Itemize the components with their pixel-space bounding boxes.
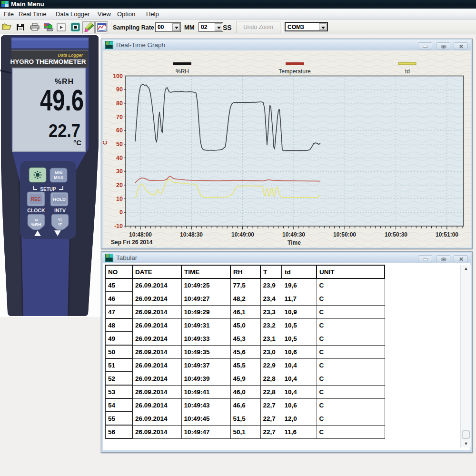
svg-text:REC: REC: [31, 197, 41, 202]
svg-text:°C: °C: [73, 139, 81, 147]
svg-text:10:49:30: 10:49:30: [282, 231, 305, 238]
svg-text:°C: °C: [58, 218, 62, 222]
svg-text:MIN: MIN: [55, 170, 63, 175]
svg-text:MAX: MAX: [54, 175, 63, 180]
svg-text:10:51:00: 10:51:00: [436, 231, 458, 238]
svg-text:10: 10: [116, 196, 123, 202]
svg-text:10:48:00: 10:48:00: [129, 231, 152, 238]
svg-text:50: 50: [116, 141, 123, 148]
svg-text:CLOCK: CLOCK: [27, 208, 45, 213]
svg-text:%RH: %RH: [176, 68, 189, 75]
svg-text:80: 80: [116, 100, 123, 107]
svg-text:INTV: INTV: [54, 208, 66, 213]
svg-text:60: 60: [116, 127, 123, 134]
svg-text:SETUP: SETUP: [40, 187, 56, 192]
svg-text:70: 70: [116, 114, 123, 120]
svg-text:-10: -10: [114, 223, 123, 229]
svg-text:10:50:30: 10:50:30: [385, 231, 407, 238]
svg-text:90: 90: [116, 86, 123, 93]
svg-text:td: td: [405, 68, 410, 75]
svg-text:10:50:00: 10:50:00: [333, 231, 356, 238]
svg-text:20: 20: [116, 182, 123, 188]
svg-text:%RH: %RH: [31, 222, 41, 227]
svg-text:22.7: 22.7: [49, 121, 80, 141]
svg-text:49.6: 49.6: [40, 83, 84, 117]
svg-text:Sep Fri 26 2014: Sep Fri 26 2014: [111, 239, 153, 246]
svg-text:Data Logger: Data Logger: [58, 53, 83, 58]
svg-text:30: 30: [116, 168, 123, 175]
svg-text:40: 40: [116, 155, 123, 161]
svg-text:°F: °F: [58, 222, 62, 227]
svg-text:HYGRO THERMOMETER: HYGRO THERMOMETER: [10, 58, 86, 65]
svg-text:Time: Time: [288, 239, 301, 246]
svg-text:10:48:30: 10:48:30: [180, 231, 203, 238]
svg-text:M: M: [35, 218, 38, 222]
svg-text:Temperature: Temperature: [278, 68, 311, 75]
svg-text:0: 0: [119, 209, 123, 216]
svg-text:C: C: [102, 140, 109, 145]
svg-text:100: 100: [113, 73, 123, 79]
svg-text:HOLD: HOLD: [53, 197, 66, 202]
svg-text:10:49:00: 10:49:00: [231, 231, 254, 238]
